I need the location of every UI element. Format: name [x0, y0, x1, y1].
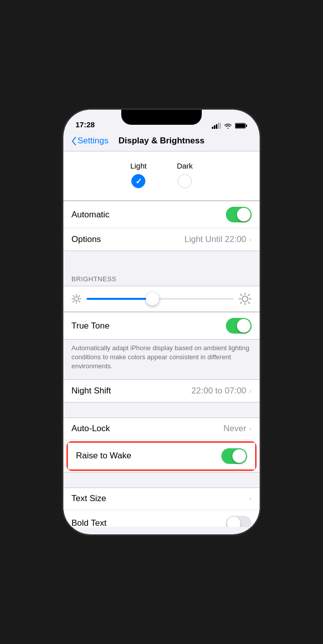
options-chevron: ›	[249, 235, 252, 244]
brightness-fill	[87, 298, 152, 300]
page-title: Display & Brightness	[119, 136, 205, 146]
spacer-2	[63, 403, 260, 418]
night-shift-group: Night Shift 22:00 to 07:00 ›	[63, 379, 260, 403]
night-shift-row[interactable]: Night Shift 22:00 to 07:00 ›	[63, 380, 260, 402]
svg-line-15	[79, 295, 80, 296]
true-tone-group: True Tone	[63, 312, 260, 340]
svg-line-24	[248, 294, 250, 296]
svg-line-22	[240, 294, 242, 296]
phone-screen: 17:28	[63, 110, 260, 534]
toggle-thumb-4	[227, 517, 240, 527]
bold-text-toggle[interactable]	[226, 516, 252, 527]
notch	[121, 110, 202, 125]
brightness-high-icon	[238, 292, 252, 305]
toggle-thumb-3	[232, 449, 246, 463]
svg-rect-7	[246, 125, 247, 127]
svg-line-25	[240, 302, 242, 303]
svg-rect-4	[220, 123, 221, 129]
phone-frame: 17:28	[63, 110, 260, 534]
dark-circle	[178, 174, 192, 188]
automatic-toggle[interactable]	[226, 207, 252, 222]
back-button[interactable]: Settings	[71, 136, 108, 146]
night-shift-chevron: ›	[249, 387, 252, 395]
svg-line-16	[73, 301, 74, 302]
signal-icon	[212, 123, 221, 129]
text-size-chevron: ›	[249, 495, 252, 503]
auto-lock-label: Auto-Lock	[71, 424, 223, 434]
automatic-row: Automatic	[63, 201, 260, 228]
svg-point-8	[74, 297, 78, 301]
true-tone-row: True Tone	[63, 312, 260, 339]
auto-lock-row[interactable]: Auto-Lock Never ›	[63, 418, 260, 440]
true-tone-label: True Tone	[71, 321, 226, 331]
wifi-icon	[224, 123, 232, 129]
raise-to-wake-row: Raise to Wake	[68, 443, 255, 469]
text-group: Text Size › Bold Text	[63, 488, 260, 527]
appearance-row: Light ✓ Dark	[63, 157, 260, 192]
options-row[interactable]: Options Light Until 22:00 ›	[63, 228, 260, 251]
checkmark-icon: ✓	[135, 177, 142, 186]
raise-to-wake-highlight: Raise to Wake	[66, 441, 257, 471]
brightness-slider[interactable]	[87, 298, 233, 300]
bold-text-label: Bold Text	[71, 518, 226, 527]
toggle-thumb-2	[237, 319, 251, 333]
true-tone-footer: Automatically adapt iPhone display based…	[63, 340, 260, 379]
brightness-header: BRIGHTNESS	[63, 266, 260, 286]
auto-lock-value: Never	[223, 424, 246, 434]
svg-line-23	[248, 302, 250, 303]
brightness-row	[71, 292, 252, 305]
text-size-row[interactable]: Text Size ›	[63, 488, 260, 510]
text-size-label: Text Size	[71, 494, 249, 504]
svg-rect-1	[214, 125, 215, 129]
status-icons	[212, 123, 248, 129]
options-value: Light Until 22:00	[184, 234, 246, 245]
svg-rect-3	[218, 123, 219, 129]
content: Light ✓ Dark Automatic	[63, 151, 260, 527]
raise-to-wake-label: Raise to Wake	[76, 451, 221, 461]
status-time: 17:28	[75, 120, 95, 129]
night-shift-label: Night Shift	[71, 386, 192, 396]
appearance-section: Light ✓ Dark	[63, 151, 260, 201]
light-option[interactable]: Light ✓	[130, 162, 147, 188]
options-label: Options	[71, 234, 184, 245]
raise-to-wake-toggle[interactable]	[221, 448, 247, 464]
automatic-label: Automatic	[71, 210, 226, 220]
battery-icon	[235, 123, 248, 129]
toggle-thumb	[237, 208, 251, 221]
svg-point-17	[243, 296, 248, 302]
svg-line-13	[73, 295, 74, 296]
automatic-group: Automatic Options Light Until 22:00 ›	[63, 201, 260, 251]
svg-rect-2	[216, 124, 217, 129]
bold-text-row: Bold Text	[63, 510, 260, 527]
dark-option[interactable]: Dark	[177, 162, 193, 188]
true-tone-toggle[interactable]	[226, 318, 252, 334]
nav-bar: Settings Display & Brightness	[63, 132, 260, 151]
spacer-3	[63, 472, 260, 488]
brightness-section	[63, 286, 260, 312]
svg-line-14	[79, 301, 80, 302]
light-circle: ✓	[131, 174, 145, 188]
brightness-thumb	[146, 292, 159, 305]
night-shift-value: 22:00 to 07:00	[192, 386, 247, 396]
spacer-1	[63, 251, 260, 266]
svg-rect-6	[235, 124, 245, 128]
lock-wake-group: Auto-Lock Never › Raise to Wake	[63, 418, 260, 472]
svg-rect-0	[212, 127, 213, 129]
chevron-left-icon	[71, 137, 76, 145]
brightness-low-icon	[71, 294, 82, 304]
auto-lock-chevron: ›	[249, 425, 252, 433]
